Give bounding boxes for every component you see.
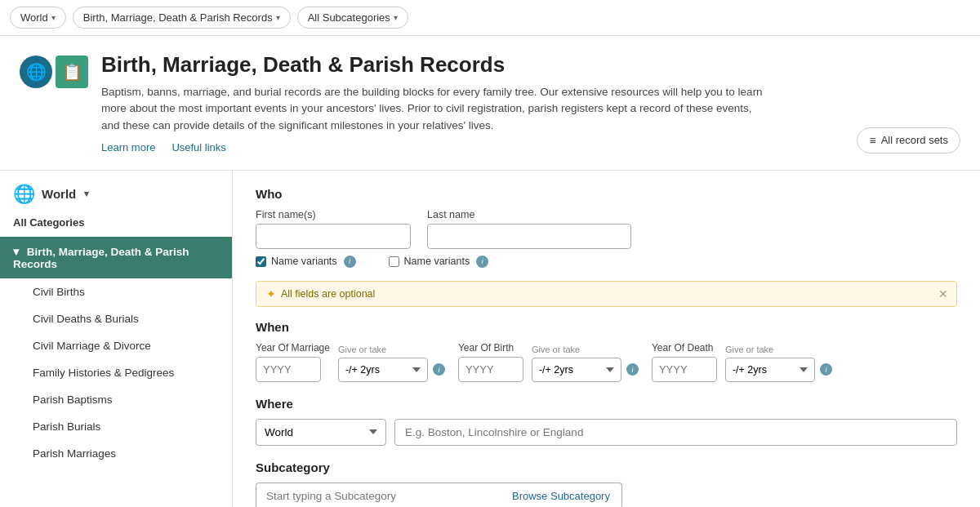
give-take-death-label: Give or take [725, 345, 832, 354]
optional-banner-text: All fields are optional [281, 288, 375, 300]
where-label: Where [256, 397, 957, 411]
top-nav: World ▾ Birth, Marriage, Death & Parish … [0, 0, 980, 36]
give-take-birth-select[interactable]: -/+ 2yrs -/+ 5yrs -/+ 10yrs Exact [532, 358, 621, 382]
search-panel: Who First name(s) Last name Name variant… [233, 171, 980, 507]
sidebar-item-civil-deaths-burials[interactable]: Civil Deaths & Burials [13, 305, 232, 332]
sidebar-item-civil-marriage-divorce[interactable]: Civil Marriage & Divorce [13, 332, 232, 359]
nav-world-pill[interactable]: World ▾ [10, 7, 66, 29]
subcategory-label: Subcategory [256, 460, 957, 474]
marriage-year-info-icon[interactable]: i [433, 363, 445, 376]
sidebar-item-birth-marriage[interactable]: ▾ Birth, Marriage, Death & Parish Record… [0, 237, 232, 278]
subcategory-input[interactable] [256, 483, 501, 507]
firstname-variants-row: Name variants i [256, 256, 356, 268]
lastname-variants-row: Name variants i [389, 256, 489, 268]
year-marriage-input[interactable] [256, 357, 321, 382]
nav-records-label: Birth, Marriage, Death & Parish Records [83, 11, 273, 24]
when-section: When Year Of Marriage Give or take [256, 320, 957, 382]
world-select[interactable]: World [256, 419, 386, 446]
document-icon: 📋 [56, 56, 88, 88]
year-marriage-label: Year Of Marriage [256, 342, 330, 354]
where-fields: World [256, 419, 957, 446]
give-take-marriage-select[interactable]: -/+ 2yrs -/+ 5yrs -/+ 10yrs Exact [338, 358, 428, 382]
sidebar-globe-icon: 🌐 [13, 184, 35, 205]
hero-content: Birth, Marriage, Death & Parish Records … [101, 52, 771, 153]
useful-links-link[interactable]: Useful links [172, 141, 225, 153]
when-fields: Year Of Marriage Give or take -/+ 2yrs -… [256, 342, 957, 382]
lastname-variants-info-icon[interactable]: i [476, 256, 488, 268]
who-label: Who [256, 187, 957, 201]
star-icon: ✦ [266, 287, 276, 300]
year-death-group: Year Of Death Give or take -/+ 2yrs -/+ … [652, 342, 832, 382]
sidebar-all-categories-label: All Categories [0, 211, 232, 237]
year-birth-input[interactable] [458, 357, 523, 382]
nav-subcategories-chevron-icon: ▾ [394, 13, 398, 22]
nav-subcategories-label: All Subcategories [308, 11, 390, 24]
firstname-label: First name(s) [256, 209, 411, 220]
sidebar-item-parish-marriages[interactable]: Parish Marriages [13, 440, 232, 467]
sidebar-active-chevron-icon: ▾ [13, 246, 22, 258]
firstname-field-group: First name(s) [256, 209, 411, 249]
firstname-input[interactable] [256, 224, 411, 249]
hero-section: 🌐 📋 Birth, Marriage, Death & Parish Reco… [0, 36, 980, 171]
lastname-variants-label: Name variants [404, 256, 470, 267]
give-take-death-select[interactable]: -/+ 2yrs -/+ 5yrs -/+ 10yrs Exact [725, 358, 815, 382]
list-icon: ≡ [869, 134, 875, 147]
sidebar-world-chevron-icon: ▾ [84, 189, 89, 199]
sidebar-world[interactable]: 🌐 World ▾ [0, 171, 232, 211]
year-death-input[interactable] [652, 357, 717, 382]
sidebar-item-parish-burials[interactable]: Parish Burials [13, 413, 232, 440]
nav-records-pill[interactable]: Birth, Marriage, Death & Parish Records … [73, 7, 291, 29]
give-take-marriage-label: Give or take [338, 345, 445, 354]
year-birth-group: Year Of Birth Give or take -/+ 2yrs -/+ … [458, 342, 639, 382]
year-marriage-group: Year Of Marriage Give or take -/+ 2yrs -… [256, 342, 445, 382]
give-take-birth-label: Give or take [532, 345, 639, 354]
all-records-label: All record sets [881, 134, 948, 146]
lastname-label: Last name [427, 209, 631, 220]
hero-links: Learn more Useful links [101, 140, 771, 153]
sidebar-world-label: World [42, 187, 76, 201]
name-fields: First name(s) Last name [256, 209, 957, 249]
nav-subcategories-pill[interactable]: All Subcategories ▾ [297, 7, 408, 29]
place-input[interactable] [394, 419, 957, 446]
optional-banner: ✦ All fields are optional ✕ [256, 281, 957, 307]
sidebar-item-civil-births[interactable]: Civil Births [13, 278, 232, 305]
lastname-input[interactable] [427, 224, 631, 249]
sidebar-sub-items: Civil Births Civil Deaths & Burials Civi… [0, 278, 232, 467]
lastname-field-group: Last name [427, 209, 631, 249]
hero-description: Baptism, banns, marriage, and burial rec… [101, 84, 771, 134]
nav-world-chevron-icon: ▾ [51, 13, 56, 22]
sidebar-item-parish-baptisms[interactable]: Parish Baptisms [13, 386, 232, 413]
where-section: Where World [256, 397, 957, 446]
firstname-variants-label: Name variants [271, 256, 337, 267]
lastname-variants-checkbox[interactable] [389, 256, 399, 267]
all-records-button[interactable]: ≡ All record sets [857, 127, 960, 153]
banner-close-button[interactable]: ✕ [938, 287, 948, 300]
firstname-variants-checkbox[interactable] [256, 256, 266, 267]
death-year-info-icon[interactable]: i [820, 363, 832, 376]
firstname-variants-info-icon[interactable]: i [344, 256, 356, 268]
hero-icons: 🌐 📋 [20, 56, 88, 88]
when-label: When [256, 320, 957, 334]
year-birth-label: Year Of Birth [458, 342, 523, 354]
globe-icon: 🌐 [20, 56, 52, 88]
year-death-label: Year Of Death [652, 342, 717, 354]
nav-world-label: World [20, 11, 48, 24]
subcategory-row: Browse Subcategory [256, 483, 957, 507]
nav-records-chevron-icon: ▾ [276, 13, 280, 22]
sidebar: 🌐 World ▾ All Categories ▾ Birth, Marria… [0, 171, 233, 507]
who-section: Who First name(s) Last name Name variant… [256, 187, 957, 268]
name-variants-row: Name variants i Name variants i [256, 256, 957, 268]
birth-year-info-icon[interactable]: i [626, 363, 639, 376]
hero-title: Birth, Marriage, Death & Parish Records [101, 52, 771, 78]
sidebar-item-family-histories[interactable]: Family Histories & Pedigrees [13, 359, 232, 386]
browse-subcategory-link[interactable]: Browse Subcategory [501, 483, 622, 507]
subcategory-section: Subcategory Browse Subcategory [256, 460, 957, 507]
learn-more-link[interactable]: Learn more [101, 141, 155, 153]
main-layout: 🌐 World ▾ All Categories ▾ Birth, Marria… [0, 171, 980, 507]
